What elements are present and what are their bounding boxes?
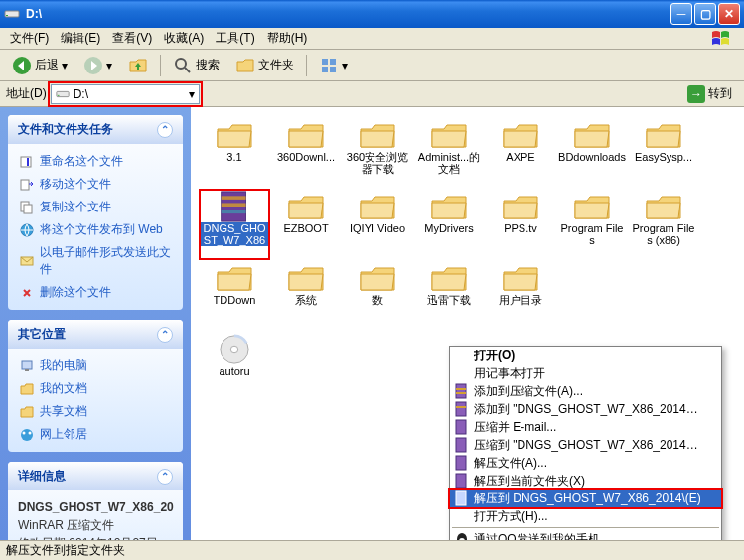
file-item[interactable]: EZBOOT — [270, 189, 342, 260]
cm-compress-to-email[interactable]: 压缩到 "DNGS_GHOST_W7_X86_2014.rar" 并 E-mai… — [450, 436, 721, 454]
cm-open-with[interactable]: 打开方式(H)... — [450, 507, 721, 525]
cm-extract-files[interactable]: 解压文件(A)... — [450, 454, 721, 472]
views-button[interactable]: ▾ — [313, 54, 354, 77]
task-copy[interactable]: 复制这个文件 — [16, 196, 175, 218]
titlebar: D:\ ─ ▢ ✕ — [0, 0, 744, 28]
go-button[interactable]: → 转到 — [681, 83, 738, 105]
task-move[interactable]: 移动这个文件 — [16, 173, 175, 196]
detail-filename: DNGS_GHOST_W7_X86_20 — [18, 498, 173, 516]
file-label: 用户目录 — [499, 294, 542, 306]
minimize-button[interactable]: ─ — [670, 3, 692, 25]
file-item[interactable]: Program Files (x86) — [628, 189, 699, 260]
file-item[interactable]: 系统 — [270, 260, 342, 332]
file-item[interactable]: BDdownloads — [556, 117, 628, 189]
task-email[interactable]: 以电子邮件形式发送此文件 — [16, 241, 175, 281]
window-title: D:\ — [26, 7, 670, 21]
folder-up-icon — [128, 56, 148, 75]
cm-compress-email[interactable]: 压缩并 E-mail... — [450, 418, 721, 436]
folder-icon — [430, 262, 468, 294]
cm-qq-phone[interactable]: 通过QQ发送到我的手机 — [450, 530, 721, 540]
file-label: EasySysp... — [635, 151, 692, 163]
file-item[interactable]: TDDown — [199, 260, 270, 332]
file-item[interactable]: EasySysp... — [628, 117, 699, 189]
forward-icon — [83, 56, 103, 75]
svg-rect-25 — [222, 196, 246, 200]
menu-view[interactable]: 查看(V) — [106, 28, 158, 49]
svg-rect-26 — [222, 203, 246, 207]
cm-extract-to[interactable]: 解压到 DNGS_GHOST_W7_X86_2014\(E) — [450, 490, 721, 507]
file-item[interactable]: 3.1 — [199, 117, 270, 189]
other-places-header[interactable]: 其它位置 ⌃ — [8, 320, 183, 349]
svg-rect-10 — [57, 91, 69, 96]
file-item[interactable]: 迅雷下载 — [413, 260, 485, 332]
forward-button[interactable]: ▾ — [77, 54, 118, 77]
file-view[interactable]: 3.1360Downl...360安全浏览器下载Administ...的文档AX… — [191, 107, 744, 540]
svg-rect-6 — [322, 59, 328, 65]
details-header[interactable]: 详细信息 ⌃ — [8, 462, 183, 490]
detail-type: WinRAR 压缩文件 — [18, 516, 173, 534]
svg-rect-9 — [330, 67, 336, 72]
folder-icon — [502, 191, 539, 222]
rar-icon — [454, 383, 470, 399]
file-item[interactable]: Program Files — [556, 189, 628, 260]
task-delete[interactable]: 删除这个文件 — [16, 281, 175, 304]
place-my-documents[interactable]: 我的文档 — [16, 377, 175, 400]
task-rename[interactable]: 重命名这个文件 — [16, 150, 175, 173]
folder-icon — [573, 191, 611, 222]
menubar: 文件(F) 编辑(E) 查看(V) 收藏(A) 工具(T) 帮助(H) — [0, 28, 744, 50]
close-button[interactable]: ✕ — [718, 3, 740, 25]
folders-button[interactable]: 文件夹 — [229, 54, 300, 77]
rar-icon — [454, 455, 470, 471]
address-input[interactable]: D:\ ▾ — [51, 84, 200, 104]
back-button[interactable]: 后退 ▾ — [6, 54, 74, 77]
svg-line-5 — [185, 68, 190, 72]
place-shared-docs[interactable]: 共享文档 — [16, 400, 175, 423]
cm-open[interactable]: 打开(O) — [450, 347, 721, 364]
rar-icon — [454, 401, 470, 417]
folder-icon — [502, 119, 539, 151]
folder-icon — [216, 262, 253, 294]
folder-icon — [430, 191, 468, 222]
file-label: BDdownloads — [558, 151, 626, 163]
file-item[interactable]: MyDrivers — [413, 189, 485, 260]
file-label: TDDown — [214, 294, 256, 306]
maximize-button[interactable]: ▢ — [694, 3, 716, 25]
svg-rect-35 — [456, 420, 466, 434]
search-icon — [173, 56, 193, 75]
file-label: 迅雷下载 — [427, 294, 471, 306]
file-tasks-group: 文件和文件夹任务 ⌃ 重命名这个文件 移动这个文件 复制这个文件 将这个文件发布… — [8, 115, 183, 310]
file-item[interactable]: IQIYI Video — [342, 189, 413, 260]
file-item[interactable]: 用户目录 — [485, 260, 556, 332]
file-item[interactable]: 360安全浏览器下载 — [342, 117, 413, 189]
file-item[interactable]: PPS.tv — [485, 189, 556, 260]
search-button[interactable]: 搜索 — [167, 54, 225, 77]
cm-notepad[interactable]: 用记事本打开 — [450, 364, 721, 382]
svg-rect-14 — [21, 180, 29, 190]
back-icon — [12, 56, 32, 75]
file-item[interactable]: Administ...的文档 — [413, 117, 485, 189]
file-item[interactable]: AXPE — [485, 117, 556, 189]
menu-edit[interactable]: 编辑(E) — [55, 28, 106, 49]
cm-extract-here[interactable]: 解压到当前文件夹(X) — [450, 472, 721, 490]
place-network[interactable]: 网上邻居 — [16, 423, 175, 446]
file-item[interactable]: DNGS_GHOST_W7_X86_2014.is — [199, 189, 270, 260]
menu-help[interactable]: 帮助(H) — [261, 28, 314, 49]
file-item[interactable]: 360Downl... — [270, 117, 342, 189]
file-item[interactable]: 数 — [342, 260, 413, 332]
task-publish-web[interactable]: 将这个文件发布到 Web — [16, 218, 175, 241]
menu-file[interactable]: 文件(F) — [4, 28, 55, 49]
chevron-down-icon[interactable]: ▾ — [189, 87, 195, 101]
menu-tools[interactable]: 工具(T) — [210, 28, 260, 49]
cm-add-archive[interactable]: 添加到压缩文件(A)... — [450, 382, 721, 400]
file-item[interactable]: autoru — [199, 332, 270, 403]
svg-rect-19 — [22, 361, 32, 369]
up-button[interactable] — [122, 54, 154, 77]
menu-favorites[interactable]: 收藏(A) — [158, 28, 210, 49]
place-my-computer[interactable]: 我的电脑 — [16, 354, 175, 377]
cm-add-to[interactable]: 添加到 "DNGS_GHOST_W7_X86_2014.rar"(T) — [450, 400, 721, 418]
chevron-down-icon: ▾ — [342, 59, 348, 72]
file-tasks-header[interactable]: 文件和文件夹任务 ⌃ — [8, 115, 183, 144]
file-label: autoru — [219, 365, 249, 377]
folder-icon — [502, 262, 539, 294]
email-icon — [20, 254, 34, 268]
